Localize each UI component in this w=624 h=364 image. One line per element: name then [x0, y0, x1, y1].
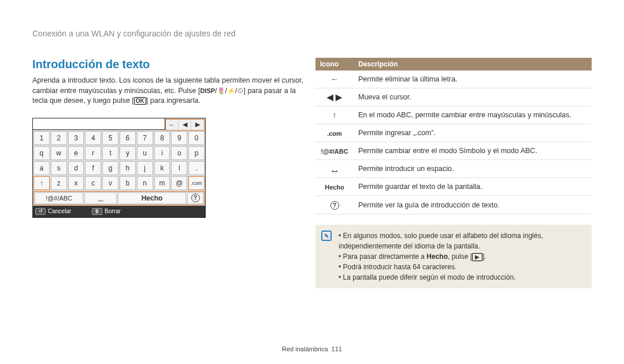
kb-cancel: ↺Cancelar	[35, 208, 71, 215]
kb-key[interactable]: x	[68, 176, 84, 190]
icon-cell: .com	[315, 124, 354, 142]
kb-key[interactable]: .com	[188, 176, 205, 190]
icon-description-table: Icono Descripción ←Permite eliminar la ú…	[315, 58, 592, 214]
keyboard-arrow-group: ← ◀ ▶	[165, 119, 205, 131]
kb-key[interactable]: 0	[188, 131, 205, 145]
macro-icon: 🌷	[217, 87, 225, 94]
kb-help-key[interactable]: ?	[187, 192, 203, 204]
kb-key[interactable]: q	[34, 146, 50, 160]
kb-key[interactable]: k	[154, 161, 170, 175]
kb-key[interactable]: u	[137, 146, 153, 160]
intro-part3: ] para ingresarla.	[146, 96, 200, 105]
kb-key[interactable]: 1	[34, 131, 50, 145]
icon-cell: Hecho	[315, 178, 354, 196]
kb-key[interactable]: .	[188, 161, 205, 175]
table-row: ◀ ▶Mueva el cursor.	[315, 88, 592, 106]
kb-key[interactable]: 4	[85, 131, 101, 145]
section-title: Introducción de texto	[32, 58, 304, 71]
icon-cell: ←	[315, 70, 354, 88]
kb-footer: ↺Cancelar 🗑Borrar	[33, 206, 205, 217]
table-row: ⎵Permite introducir un espacio.	[315, 160, 592, 178]
kb-key[interactable]: ↑	[34, 176, 50, 190]
back-icon: ↺	[35, 208, 46, 215]
kb-key[interactable]: n	[137, 176, 153, 190]
disp-key: DISP	[200, 87, 215, 95]
icon-cell: ↑	[315, 106, 354, 124]
kb-space-key[interactable]: ⎵	[84, 192, 117, 204]
kb-key[interactable]: l	[171, 161, 187, 175]
kb-key[interactable]: e	[68, 146, 84, 160]
note-item-4: La pantalla puede diferir según el modo …	[339, 272, 585, 283]
intro-text: Aprenda a introducir texto. Los iconos d…	[32, 76, 304, 106]
icon-cell: ◀ ▶	[315, 88, 354, 106]
play-key-icon: ▶	[472, 253, 482, 261]
note-item-2: Para pasar directamente a Hecho, pulse […	[339, 251, 585, 262]
kb-key[interactable]: o	[171, 146, 187, 160]
kb-key[interactable]: j	[137, 161, 153, 175]
kb-key[interactable]: c	[85, 176, 101, 190]
table-row: HechoPermite guardar el texto de la pant…	[315, 178, 592, 196]
keyboard-input-field[interactable]	[33, 118, 165, 130]
kb-key[interactable]: h	[120, 161, 136, 175]
icon-cell: !@#/ABC	[315, 142, 354, 160]
footer-section: Red inalámbrica	[282, 346, 328, 352]
table-row: .comPermite ingresar „.com”.	[315, 124, 592, 142]
th-icon: Icono	[315, 58, 354, 70]
ok-key: OK	[134, 97, 146, 105]
desc-cell: Permite eliminar la última letra.	[354, 70, 592, 88]
desc-cell: Permite introducir un espacio.	[354, 160, 592, 178]
desc-cell: Permite ingresar „.com”.	[354, 124, 592, 142]
icon-table-body: ←Permite eliminar la última letra.◀ ▶Mue…	[315, 70, 592, 214]
kb-key[interactable]: s	[51, 161, 67, 175]
kb-key[interactable]: 2	[51, 131, 67, 145]
footer-page-number: 111	[332, 346, 342, 352]
note-item-3: Podrá introducir hasta 64 caracteres.	[339, 262, 585, 272]
icon-cell: ⎵	[315, 160, 354, 178]
kb-key[interactable]: v	[102, 176, 118, 190]
icon-cell: ?	[315, 196, 354, 214]
kb-key[interactable]: d	[68, 161, 84, 175]
desc-cell: En el modo ABC, permite cambiar entre ma…	[354, 106, 592, 124]
kb-key[interactable]: i	[154, 146, 170, 160]
kb-key[interactable]: 8	[154, 131, 170, 145]
kb-key[interactable]: a	[34, 161, 50, 175]
kb-key[interactable]: y	[120, 146, 136, 160]
kb-key[interactable]: 9	[171, 131, 187, 145]
page-section-header: Conexión a una WLAN y configuración de a…	[32, 29, 592, 38]
onscreen-keyboard: ← ◀ ▶ 1234567890 qwertyuiop asdfghjkl. ↑…	[32, 118, 206, 218]
desc-cell: Permite ver la guía de introducción de t…	[354, 196, 592, 214]
table-row: ↑En el modo ABC, permite cambiar entre m…	[315, 106, 592, 124]
flash-icon: ⚡	[227, 87, 235, 94]
kb-right-icon[interactable]: ▶	[191, 120, 204, 130]
kb-key[interactable]: z	[51, 176, 67, 190]
kb-key[interactable]: 6	[120, 131, 136, 145]
kb-key[interactable]: 3	[68, 131, 84, 145]
kb-left-icon[interactable]: ◀	[179, 120, 191, 130]
desc-cell: Mueva el cursor.	[354, 88, 592, 106]
kb-key[interactable]: 7	[137, 131, 153, 145]
trash-icon: 🗑	[92, 208, 102, 215]
page-footer: Red inalámbrica 111	[0, 346, 624, 352]
kb-back-icon[interactable]: ←	[166, 120, 179, 130]
kb-delete: 🗑Borrar	[92, 208, 121, 215]
kb-key[interactable]: g	[102, 161, 118, 175]
kb-done-key[interactable]: Hecho	[118, 192, 186, 204]
kb-key[interactable]: r	[85, 146, 101, 160]
table-row: ←Permite eliminar la última letra.	[315, 70, 592, 88]
desc-cell: Permite guardar el texto de la pantalla.	[354, 178, 592, 196]
kb-key[interactable]: p	[188, 146, 205, 160]
timer-icon: ⏲	[237, 87, 244, 94]
kb-key[interactable]: b	[120, 176, 136, 190]
kb-key[interactable]: f	[85, 161, 101, 175]
kb-key[interactable]: 5	[102, 131, 118, 145]
kb-key[interactable]: t	[102, 146, 118, 160]
kb-mode-toggle[interactable]: !@#/ABC	[35, 192, 83, 204]
kb-key[interactable]: w	[51, 146, 67, 160]
note-box: ✎ En algunos modos, solo puede usar el a…	[315, 225, 592, 288]
kb-key[interactable]: m	[154, 176, 170, 190]
kb-row-2: qwertyuiop	[33, 146, 205, 161]
kb-key[interactable]: @	[171, 176, 187, 190]
table-row: ?Permite ver la guía de introducción de …	[315, 196, 592, 214]
th-desc: Descripción	[354, 58, 592, 70]
kb-row-3: asdfghjkl.	[33, 161, 205, 176]
